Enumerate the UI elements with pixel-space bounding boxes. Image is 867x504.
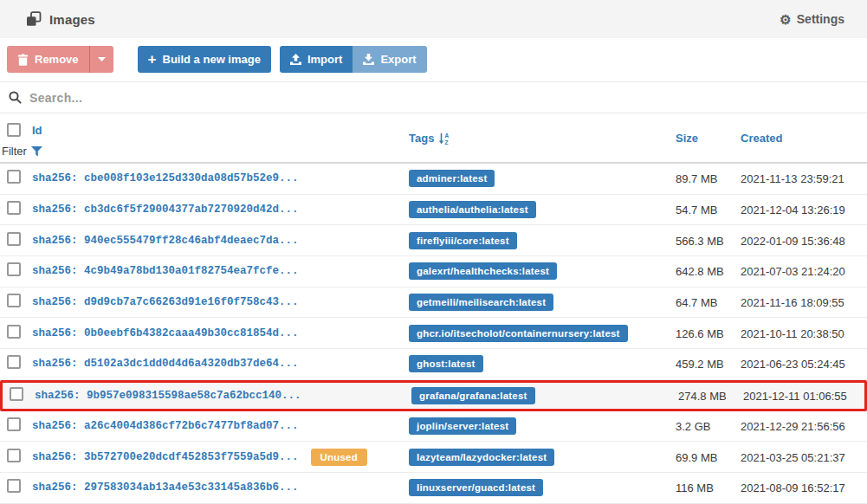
import-button[interactable]: Import [280,46,353,73]
gear-icon: ⚙ [780,13,791,26]
size-cell: 274.8 MB [678,390,727,403]
table-body: sha256: cbe008f103e125d330da08d57b52e9..… [0,164,867,504]
toolbar: Remove + Build a new image Import Export [0,38,867,73]
remove-button[interactable]: Remove [7,46,89,73]
settings-button[interactable]: ⚙ Settings [780,12,844,26]
image-id-link[interactable]: sha256: d9d9cb7a7c66263d91e16f0f758c43..… [32,296,299,308]
table-row: sha256: a26c4004d386cf72b6c7477bf8ad07..… [0,411,867,443]
remove-label: Remove [35,53,79,66]
row-checkbox[interactable] [10,387,23,401]
tag-badge: linuxserver/guacd:latest [409,479,543,496]
tag-badge: ghost:latest [409,355,483,372]
created-cell: 2021-07-03 21:24:20 [741,265,845,278]
page-title: Images [49,12,95,27]
created-cell: 2021-06-23 05:24:45 [741,358,845,371]
row-checkbox[interactable] [7,479,21,493]
tag-badge: authelia/authelia:latest [409,201,536,218]
image-id-link[interactable]: sha256: 940ec555479ff28c46abf4deaec7da..… [32,235,299,247]
svg-text:Z: Z [445,139,449,145]
size-cell: 64.7 MB [676,296,717,309]
size-cell: 566.3 MB [676,235,724,248]
created-cell: 2022-01-09 15:36:48 [741,235,845,248]
image-id-link[interactable]: sha256: cbe008f103e125d330da08d57b52e9..… [32,172,299,184]
images-icon [26,11,42,27]
upload-icon [290,54,301,65]
table-row: sha256: cb3dc6f5f29004377ab7270920d42d..… [0,195,867,226]
svg-text:A: A [445,132,450,139]
export-label: Export [380,53,416,66]
filter-label: Filter [2,145,27,158]
export-button[interactable]: Export [353,46,426,73]
remove-dropdown-button[interactable] [89,46,113,73]
table-row: sha256: cbe008f103e125d330da08d57b52e9..… [0,164,867,195]
size-cell: 69.9 MB [676,451,717,464]
column-header-tags[interactable]: Tags A Z [409,132,450,145]
tag-badge: grafana/grafana:latest [411,387,535,404]
image-id-link[interactable]: sha256: 3b572700e20dcdf452853f7559a5d9..… [32,451,299,463]
filter-control[interactable]: Filter [2,145,409,158]
size-cell: 126.6 MB [676,327,724,340]
image-id-link[interactable]: sha256: 297583034ab13a4e53c33145a836b6..… [32,481,299,494]
tag-badge: ghcr.io/itsecholot/containernursery:late… [409,325,628,342]
sort-alpha-down-icon: A Z [438,132,450,145]
image-id-link[interactable]: sha256: 0b0eebf6b4382caaa49b30cc81854d..… [32,327,299,339]
table-row: sha256: 0b0eebf6b4382caaa49b30cc81854d..… [0,318,867,349]
row-checkbox[interactable] [7,201,21,215]
tag-badge: joplin/server:latest [409,417,516,435]
row-checkbox[interactable] [7,325,21,339]
size-cell: 54.7 MB [676,204,717,216]
row-checkbox[interactable] [7,232,21,246]
image-id-link[interactable]: sha256: 4c9b49a78bd130a01f82754ea7fcfe..… [32,265,299,277]
caret-down-icon [98,57,106,61]
tags-label: Tags [409,132,434,145]
row-checkbox[interactable] [7,449,21,462]
search-input[interactable] [29,91,858,105]
row-checkbox[interactable] [7,417,21,431]
table-row: sha256: 3b572700e20dcdf452853f7559a5d9..… [0,442,867,473]
tag-badge: lazyteam/lazydocker:latest [409,449,554,466]
created-cell: 2021-12-11 01:06:55 [743,390,847,403]
size-cell: 642.8 MB [676,265,724,278]
download-icon [363,54,374,65]
table-row: sha256: 940ec555479ff28c46abf4deaec7da..… [0,225,867,256]
search-icon [9,91,22,104]
filter-funnel-icon [31,146,42,157]
image-id-link[interactable]: sha256: 9b957e098315598ae58c7a62bcc140..… [35,390,301,402]
image-id-link[interactable]: sha256: d5102a3dc1dd0d4d6a4320db37de64..… [32,358,299,370]
column-header-created[interactable]: Created [741,132,782,145]
settings-label: Settings [797,12,844,26]
select-all-checkbox[interactable] [7,123,21,137]
import-label: Import [307,53,342,66]
size-cell: 89.7 MB [676,172,717,185]
unused-badge: Unused [311,449,367,466]
image-id-link[interactable]: sha256: cb3dc6f5f29004377ab7270920d42d..… [32,204,299,216]
row-checkbox[interactable] [7,262,21,276]
created-cell: 2021-03-25 05:21:37 [741,451,845,464]
tag-badge: fireflyiii/core:latest [409,232,517,249]
image-id-link[interactable]: sha256: a26c4004d386cf72b6c7477bf8ad07..… [32,420,299,432]
table-row: sha256: d9d9cb7a7c66263d91e16f0f758c43..… [0,288,867,319]
table-row: sha256: 4c9b49a78bd130a01f82754ea7fcfe..… [0,256,867,288]
trash-icon [17,54,29,66]
size-cell: 3.2 GB [676,420,710,433]
size-cell: 116 MB [676,481,714,494]
search-bar [0,81,867,113]
created-cell: 2021-11-16 18:09:55 [741,296,844,309]
table-row: sha256: 297583034ab13a4e53c33145a836b6..… [0,473,867,504]
table-row: sha256: 9b957e098315598ae58c7a62bcc140..… [0,380,867,411]
row-checkbox[interactable] [7,355,21,369]
row-checkbox[interactable] [7,170,21,184]
table-row: sha256: d5102a3dc1dd0d4d6a4320db37de64..… [0,349,867,380]
build-image-button[interactable]: + Build a new image [138,46,271,73]
table-header: Id Filter Tags A Z Size Created [0,113,867,164]
build-image-label: Build a new image [163,53,261,66]
created-cell: 2021-11-13 23:59:21 [741,172,844,185]
row-checkbox[interactable] [7,294,21,307]
tag-badge: getmeili/meilisearch:latest [409,294,553,311]
created-cell: 2021-08-09 16:52:17 [741,481,845,494]
column-header-id[interactable]: Id [32,124,42,137]
page-header: Images ⚙ Settings [0,0,867,38]
created-cell: 2021-12-04 13:26:19 [741,204,845,216]
column-header-size[interactable]: Size [676,132,698,145]
plus-icon: + [148,52,157,67]
